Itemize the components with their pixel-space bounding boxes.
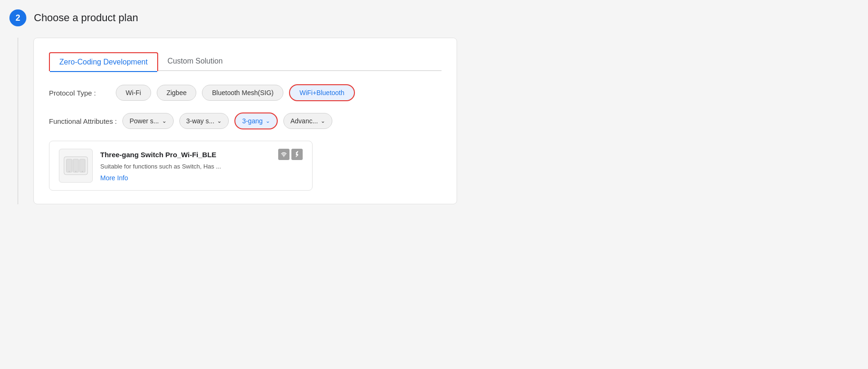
chevron-down-icon: ⌄	[265, 118, 270, 124]
chevron-down-icon: ⌄	[162, 118, 167, 124]
dropdown-3gang[interactable]: 3-gang ⌄	[234, 112, 278, 129]
switch-device-icon	[63, 153, 88, 178]
step-badge: 2	[9, 9, 26, 26]
dropdown-advanced[interactable]: Advanc... ⌄	[283, 113, 332, 129]
protocol-wifi-bluetooth[interactable]: WiFi+Bluetooth	[289, 84, 354, 101]
product-description: Suitable for functions such as Switch, H…	[100, 163, 303, 170]
step-header: 2 Choose a product plan	[9, 9, 857, 26]
more-info-link[interactable]: More Info	[100, 174, 128, 182]
protocol-bluetooth-mesh[interactable]: Bluetooth Mesh(SIG)	[202, 85, 283, 101]
dropdown-power[interactable]: Power s... ⌄	[122, 113, 173, 129]
bluetooth-icon	[291, 149, 303, 160]
product-protocol-icons	[278, 149, 303, 160]
step-line-vertical	[17, 38, 18, 204]
protocol-zigbee[interactable]: Zigbee	[157, 85, 197, 101]
tab-zero-coding[interactable]: Zero-Coding Development	[49, 52, 158, 71]
main-card: Zero-Coding Development Custom Solution …	[33, 38, 457, 204]
wifi-icon	[278, 149, 289, 160]
product-info: Three-gang Switch Pro_Wi-Fi_BLE	[100, 149, 303, 182]
product-name-row: Three-gang Switch Pro_Wi-Fi_BLE	[100, 149, 303, 160]
functional-label: Functional Attributes :	[49, 117, 117, 125]
dropdown-3way[interactable]: 3-way s... ⌄	[179, 113, 229, 129]
functional-row: Functional Attributes : Power s... ⌄ 3-w…	[49, 112, 442, 129]
dropdown-3gang-label: 3-gang	[242, 117, 263, 125]
product-image	[59, 149, 93, 183]
protocol-row: Protocol Type : Wi-Fi Zigbee Bluetooth M…	[49, 84, 442, 101]
svg-rect-1	[66, 159, 72, 172]
tab-custom-solution[interactable]: Custom Solution	[158, 52, 232, 71]
protocol-label: Protocol Type :	[49, 89, 110, 97]
svg-rect-2	[73, 159, 79, 172]
svg-rect-3	[80, 159, 85, 172]
dropdown-advanced-label: Advanc...	[290, 117, 318, 125]
svg-point-7	[283, 156, 284, 157]
protocol-wifi[interactable]: Wi-Fi	[116, 85, 151, 101]
product-card: Three-gang Switch Pro_Wi-Fi_BLE	[49, 141, 313, 191]
step-title: Choose a product plan	[34, 12, 138, 24]
page-container: 2 Choose a product plan Zero-Coding Deve…	[9, 9, 857, 204]
dropdown-3way-label: 3-way s...	[186, 117, 215, 125]
chevron-down-icon: ⌄	[321, 118, 325, 124]
dropdown-power-label: Power s...	[129, 117, 159, 125]
chevron-down-icon: ⌄	[217, 118, 222, 124]
product-name: Three-gang Switch Pro_Wi-Fi_BLE	[100, 151, 217, 159]
tabs-container: Zero-Coding Development Custom Solution	[49, 51, 442, 71]
step-body-wrapper: Zero-Coding Development Custom Solution …	[9, 38, 857, 204]
